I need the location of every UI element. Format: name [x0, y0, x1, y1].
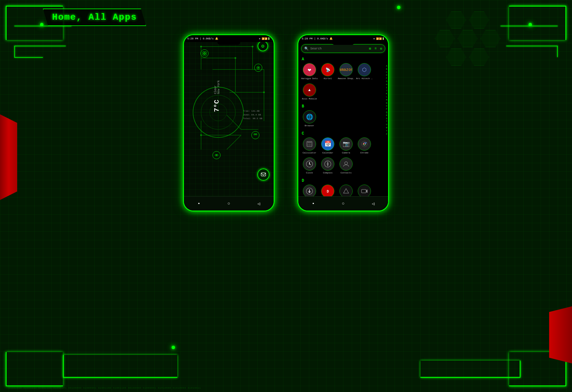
app-icon-dream11: D [321, 185, 334, 198]
app-icon-camera: 📷 [339, 137, 353, 151]
corner-decoration-bl [6, 352, 63, 386]
app-label-calculator: Calculator [303, 151, 316, 154]
title-banner: Home, All Apps [43, 9, 146, 26]
alpha-j[interactable]: J [386, 89, 387, 92]
home-icon-2[interactable] [254, 64, 262, 72]
app-camera[interactable]: 📷 Camera [337, 136, 355, 155]
svg-point-51 [345, 162, 347, 165]
alpha-l[interactable]: L [386, 96, 387, 99]
app-amazon[interactable]: amazon Amazon Shop... [337, 62, 355, 81]
apps-row-c1: Calculator 📅 Calendar 📷 Camera [301, 136, 386, 155]
app-icon-arc: ⬡ [358, 63, 371, 76]
page-title: Home, All Apps [52, 12, 137, 23]
alpha-p[interactable]: P [386, 108, 387, 111]
app-compass[interactable]: Compass [319, 156, 337, 175]
alpha-a[interactable]: A [386, 65, 387, 68]
app-axis[interactable]: ▲ Axis Mobile [301, 82, 318, 101]
app-contacts[interactable]: Contacts [337, 156, 355, 175]
app-label-arc: Arc Hitech La... [356, 77, 373, 80]
alpha-r[interactable]: R [386, 114, 387, 117]
app-label-contacts: Contacts [341, 171, 351, 174]
home-icon-1[interactable] [200, 49, 208, 57]
home-icon-4[interactable] [212, 151, 221, 159]
nav-back[interactable]: ◁ [256, 201, 262, 207]
home-icon-3[interactable] [251, 131, 259, 139]
alpha-f[interactable]: F [386, 77, 387, 80]
app-icon-amazon: amazon [339, 63, 353, 76]
svg-point-14 [235, 57, 236, 59]
app-arc[interactable]: ⬡ Arc Hitech La... [355, 62, 373, 81]
svg-point-47 [309, 164, 310, 165]
alpha-n[interactable]: N [386, 102, 387, 105]
status-bar-home: 5:28 PM | 0.0KB/s 🔔 ⊕ 📶📶🔋 [184, 35, 274, 42]
apps-row-c2: Clock Compass Contacts [301, 156, 386, 175]
apps-row-a1: ❤ Aarogya Setu 📡 Airtel amazon Amazon Sh… [301, 62, 386, 81]
app-label-calendar: Calendar [322, 151, 333, 154]
app-label-clock: Clock [306, 171, 313, 174]
app-icon-clock [303, 157, 316, 171]
app-icon-drive [339, 185, 353, 198]
app-airtel[interactable]: 📡 Airtel [319, 62, 337, 81]
message-icon[interactable] [257, 169, 269, 181]
bottom-circuit-right [420, 361, 521, 378]
home-bottom-nav: ▪ ○ ◁ [184, 196, 274, 211]
applist-content: A ❤ Aarogya Setu 📡 Airtel amazon Amazon … [298, 55, 388, 202]
settings-icon[interactable]: ⚙ [258, 41, 268, 51]
alpha-g[interactable]: G [386, 80, 387, 83]
svg-rect-25 [256, 134, 257, 135]
search-placeholder: Search [310, 47, 367, 50]
alpha-u[interactable]: U [386, 123, 387, 126]
storage-display: Free: 141.6B Used: 94.4 GB Total: 96.5 G… [243, 109, 262, 120]
app-clock[interactable]: Clock [301, 156, 318, 175]
alpha-t[interactable]: T [386, 120, 387, 123]
phone-notch-apps [332, 41, 355, 45]
alpha-q[interactable]: Q [386, 111, 387, 114]
app-chrome[interactable]: Chrome [355, 136, 373, 155]
nav-back-2[interactable]: ◁ [370, 201, 376, 207]
section-b: B [301, 102, 386, 109]
alpha-z[interactable]: Z [386, 133, 387, 136]
nav-square[interactable]: ▪ [196, 201, 202, 207]
grid-view-icon[interactable]: ⊞ [369, 47, 371, 51]
alpha-m[interactable]: M [386, 99, 387, 102]
app-calculator[interactable]: Calculator [301, 136, 318, 155]
search-bar[interactable]: 🔍 Search ⊞ ≡ ⚙ [301, 44, 385, 53]
app-browser[interactable]: 🌐 Browser [301, 109, 318, 128]
applist-phone: 5:28 PM | 0.0KB/s 🔔 ⊕ 📶📶🔋 🔍 Search ⊞ ≡ ⚙… [297, 34, 389, 211]
settings-list-icon[interactable]: ⚙ [380, 47, 382, 51]
glow-dot-1 [40, 23, 43, 26]
alpha-d[interactable]: D [386, 74, 387, 77]
app-calendar[interactable]: 📅 Calendar [319, 136, 337, 155]
storage-total: Total: 96.5 GB [243, 117, 262, 121]
nav-circle-2[interactable]: ○ [340, 201, 346, 207]
status-icons-apps: ⊕ 📶📶🔋 [373, 37, 385, 40]
binary-decoration: 01001000 01001111 01001101 01000101 0010… [9, 387, 201, 389]
app-label-browser: Browser [305, 124, 314, 127]
alpha-b[interactable]: B [386, 68, 387, 71]
nav-circle[interactable]: ○ [226, 201, 232, 207]
storage-free: Free: 141.6B [243, 109, 262, 113]
app-icon-airtel: 📡 [321, 63, 334, 76]
app-aarogya[interactable]: ❤ Aarogya Setu [301, 62, 318, 81]
section-a: A [301, 55, 386, 62]
radar-circle [192, 87, 244, 138]
alpha-h[interactable]: H [386, 83, 387, 86]
applist-bottom-nav: ▪ ○ ◁ [298, 196, 388, 211]
app-label-airtel: Airtel [324, 77, 332, 80]
section-c: C [301, 129, 386, 136]
nav-square-2[interactable]: ▪ [310, 201, 316, 207]
alpha-y[interactable]: Y [386, 130, 387, 133]
alpha-k[interactable]: K [386, 93, 387, 95]
alpha-s[interactable]: S [386, 117, 387, 120]
alpha-c[interactable]: C [386, 71, 387, 74]
phone-notch-home [217, 41, 240, 45]
alpha-i[interactable]: I [386, 87, 387, 89]
app-icon-downloads [303, 185, 316, 198]
status-time-home: 5:28 PM | 0.0KB/s 🔔 [187, 37, 218, 40]
alpha-o[interactable]: O [386, 105, 387, 108]
list-view-icon[interactable]: ≡ [375, 47, 377, 51]
svg-text:D: D [327, 190, 329, 194]
alpha-w[interactable]: W [386, 127, 387, 129]
alphabet-sidebar[interactable]: A B C D F G H I J K L M N O P Q R S T U [386, 65, 387, 135]
apps-row-b: 🌐 Browser [301, 109, 386, 128]
